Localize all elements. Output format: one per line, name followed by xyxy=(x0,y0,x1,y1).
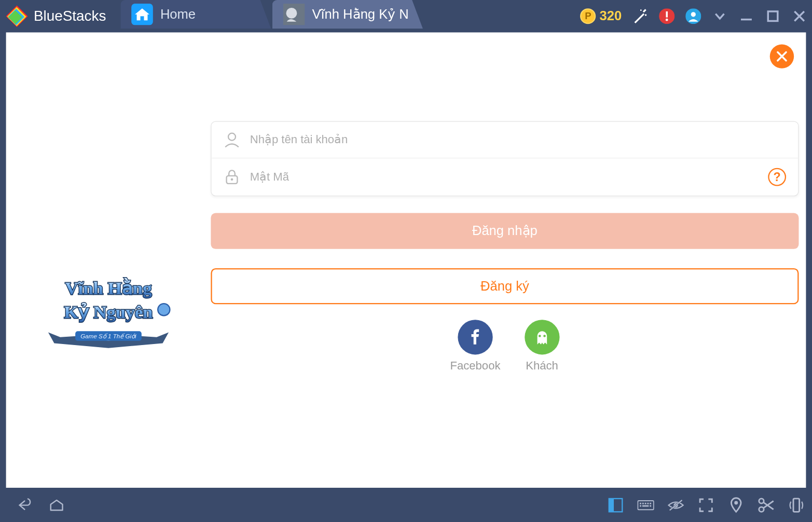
tab-game[interactable]: Vĩnh Hằng Kỷ N xyxy=(272,0,423,29)
ghost-icon xyxy=(525,320,559,354)
home-icon xyxy=(131,4,153,25)
tab-label: Vĩnh Hằng Kỷ N xyxy=(312,7,408,22)
game-tab-icon xyxy=(283,4,305,25)
svg-point-8 xyxy=(640,9,642,11)
svg-point-20 xyxy=(158,304,170,315)
user-icon xyxy=(224,131,241,148)
tab-label: Home xyxy=(160,7,196,22)
svg-point-23 xyxy=(231,178,233,181)
svg-rect-45 xyxy=(793,498,800,511)
tab-bar: Home Vĩnh Hằng Kỷ N xyxy=(120,0,424,32)
svg-point-13 xyxy=(691,12,696,17)
coin-balance[interactable]: P 320 xyxy=(580,8,622,24)
app-viewport: Vĩnh Hằng Kỷ Nguyên Game Số 1 Thế Giới xyxy=(6,32,806,488)
password-field-row: ? xyxy=(212,158,799,196)
svg-text:Vĩnh Hằng: Vĩnh Hằng xyxy=(65,278,152,298)
username-field-row xyxy=(212,122,799,158)
svg-point-40 xyxy=(734,501,738,504)
location-icon[interactable] xyxy=(727,497,745,513)
app-name: BlueStacks xyxy=(34,8,106,24)
login-button-label: Đăng nhập xyxy=(472,223,538,239)
back-icon[interactable] xyxy=(15,497,32,513)
svg-rect-32 xyxy=(647,502,649,504)
svg-rect-31 xyxy=(645,502,646,504)
coin-count: 320 xyxy=(600,8,622,24)
svg-rect-10 xyxy=(666,11,667,18)
register-button-label: Đăng ký xyxy=(480,279,529,294)
window-controls: P 320 xyxy=(580,8,807,24)
svg-rect-34 xyxy=(640,505,641,506)
fullscreen-icon[interactable] xyxy=(697,497,714,513)
close-icon[interactable] xyxy=(792,8,807,24)
svg-point-24 xyxy=(539,335,541,337)
minimize-icon[interactable] xyxy=(738,8,754,24)
facebook-label: Facebook xyxy=(450,360,501,372)
svg-rect-27 xyxy=(609,498,614,511)
visibility-off-icon[interactable] xyxy=(667,497,684,513)
maximize-icon[interactable] xyxy=(765,8,780,24)
register-button[interactable]: Đăng ký xyxy=(211,268,799,304)
svg-line-43 xyxy=(763,502,774,509)
guest-login[interactable]: Khách xyxy=(525,320,559,373)
svg-text:Kỷ Nguyên: Kỷ Nguyên xyxy=(64,302,153,322)
facebook-login[interactable]: Facebook xyxy=(450,320,501,373)
wand-icon[interactable] xyxy=(632,8,648,24)
window-titlebar: BlueStacks Home Vĩnh Hằng Kỷ N xyxy=(0,0,812,32)
svg-point-7 xyxy=(645,14,646,16)
home-nav-icon[interactable] xyxy=(48,497,65,513)
svg-point-21 xyxy=(228,133,236,141)
username-input[interactable] xyxy=(250,133,786,146)
alert-icon[interactable] xyxy=(659,8,675,24)
svg-point-25 xyxy=(543,335,546,337)
svg-rect-30 xyxy=(642,502,644,504)
social-login-row: Facebook Khách xyxy=(211,320,799,373)
shake-icon[interactable] xyxy=(788,497,805,513)
keyboard-icon[interactable] xyxy=(637,497,654,513)
android-navbar xyxy=(0,488,812,522)
svg-rect-33 xyxy=(650,502,651,504)
login-form: ? Đăng nhập Đăng ký Facebook xyxy=(211,121,799,373)
sidebar-toggle-icon[interactable] xyxy=(607,497,624,513)
chevron-down-icon[interactable] xyxy=(712,8,727,24)
svg-point-11 xyxy=(666,19,668,21)
game-logo: Vĩnh Hằng Kỷ Nguyên Game Số 1 Thế Giới xyxy=(42,266,174,338)
credential-field-group: ? xyxy=(211,121,799,197)
svg-line-44 xyxy=(763,501,774,508)
svg-rect-15 xyxy=(768,11,778,21)
password-input[interactable] xyxy=(250,170,768,183)
lock-icon xyxy=(224,169,241,185)
password-help-button[interactable]: ? xyxy=(768,168,786,186)
svg-point-6 xyxy=(286,8,297,19)
scissors-icon[interactable] xyxy=(758,497,775,513)
svg-rect-14 xyxy=(741,19,752,20)
svg-rect-35 xyxy=(642,505,649,506)
coin-icon: P xyxy=(580,8,596,24)
facebook-icon xyxy=(458,320,492,354)
bluestacks-logo-icon xyxy=(5,4,29,28)
guest-label: Khách xyxy=(526,360,558,372)
close-overlay-button[interactable] xyxy=(770,45,794,68)
tab-home[interactable]: Home xyxy=(120,0,271,29)
svg-rect-29 xyxy=(640,502,641,504)
svg-text:Game Số 1 Thế Giới: Game Số 1 Thế Giới xyxy=(80,333,136,339)
login-button[interactable]: Đăng nhập xyxy=(211,213,799,249)
profile-icon[interactable] xyxy=(685,8,701,24)
svg-rect-36 xyxy=(650,505,651,506)
